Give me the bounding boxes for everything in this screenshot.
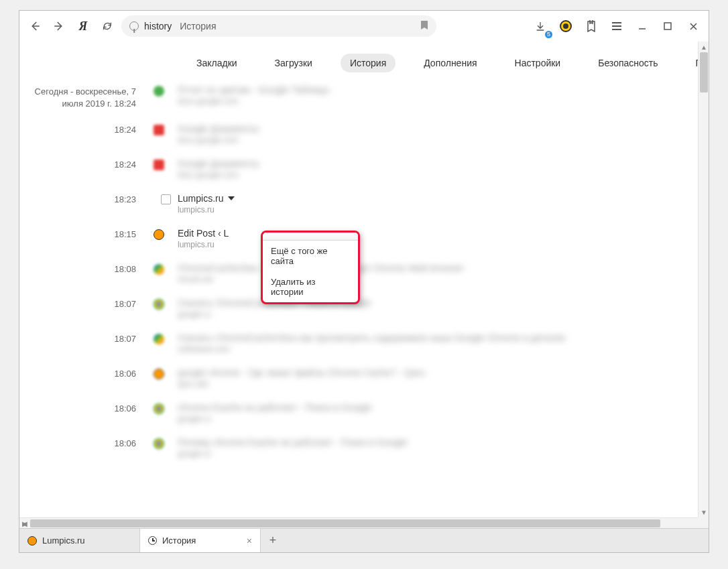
history-entry-url: google.ru — [178, 449, 709, 458]
history-date-header: Сегодня - воскресенье, 7 июля 2019 г. 18… — [19, 84, 154, 110]
scroll-right-icon[interactable]: ▶ — [19, 518, 30, 528]
tab-favicon — [27, 536, 37, 546]
history-entry-url: docs.google.com — [178, 170, 709, 180]
ctx-more-from-site[interactable]: Ещё с того же сайта — [263, 241, 358, 271]
history-entry-url: lumpics.ru — [178, 240, 709, 249]
address-title: История — [180, 21, 216, 31]
scroll-up-icon[interactable]: ▲ — [699, 42, 709, 52]
reload-button[interactable] — [97, 16, 117, 36]
downloads-badge: 5 — [545, 31, 552, 38]
history-checkbox[interactable] — [161, 194, 171, 204]
svg-rect-0 — [664, 23, 671, 29]
history-entry-url: nirsoft.net — [178, 275, 709, 284]
hamburger-icon — [611, 21, 622, 31]
ctx-delete-from-history[interactable]: Удалить из истории — [263, 271, 358, 302]
history-time: 18:06 — [19, 367, 154, 379]
history-row[interactable]: 18:07 Скачать ChromeCacheView как просмо… — [19, 326, 709, 361]
history-row[interactable]: 18:06 Почему chrome://cache не работает … — [19, 430, 709, 465]
history-entry-url: docs.google.com — [178, 135, 709, 145]
minimize-button[interactable] — [632, 16, 652, 36]
history-time: 18:24 — [19, 123, 154, 135]
downloads-button[interactable]: 5 — [530, 16, 550, 36]
tab-label: Lumpics.ru — [42, 535, 85, 546]
close-icon — [689, 22, 698, 31]
extension-button[interactable] — [556, 16, 576, 36]
history-time: 18:07 — [19, 332, 154, 344]
history-time: 18:08 — [19, 263, 154, 274]
favicon — [154, 160, 164, 170]
history-entry-title: Скачать ChromeCacheView - Поиск в Google — [178, 298, 709, 308]
yandex-home-button[interactable]: Я — [73, 16, 93, 36]
favicon — [154, 299, 164, 310]
nav-downloads[interactable]: Загрузки — [265, 54, 322, 72]
vertical-scroll-thumb[interactable] — [700, 52, 708, 92]
history-entry-title: ChromeCacheView - Cache viewer for Googl… — [178, 263, 709, 273]
clock-icon — [148, 536, 157, 545]
history-row[interactable]: 18:08 ChromeCacheView - Cache viewer for… — [19, 256, 709, 291]
maximize-icon — [664, 22, 672, 30]
bookmark-icon[interactable] — [420, 20, 428, 32]
bookmarks-panel-button[interactable] — [581, 16, 601, 36]
history-time: 18:15 — [19, 228, 154, 239]
close-window-button[interactable] — [683, 16, 703, 36]
history-row[interactable]: 18:24 Google Документы docs.google.com — [19, 117, 709, 151]
favicon — [154, 86, 164, 97]
toolbar-right: 5 — [530, 16, 703, 36]
address-bar[interactable]: history История — [121, 15, 436, 37]
history-entry-url: softobase.com — [178, 344, 709, 354]
scroll-down-icon[interactable]: ▼ — [699, 507, 709, 517]
content-area: Закладки Загрузки История Дополнения Нас… — [19, 42, 709, 528]
history-entry-title: Отчет по цветам - Google Таблицы — [178, 84, 709, 95]
history-entry-title: Почему chrome://cache не работает - Поис… — [178, 437, 709, 448]
horizontal-scroll-thumb[interactable] — [30, 519, 660, 527]
history-entry-title: Google Документы — [178, 158, 709, 169]
tab-history[interactable]: История × — [140, 529, 261, 552]
favicon — [154, 334, 164, 344]
favicon — [154, 403, 164, 414]
nav-addons[interactable]: Дополнения — [414, 54, 486, 72]
context-menu: Ещё с того же сайта Удалить из истории — [261, 231, 360, 304]
horizontal-scrollbar[interactable]: ◀ ▶ — [19, 517, 698, 528]
favicon — [154, 438, 164, 449]
new-tab-button[interactable]: + — [261, 533, 285, 548]
address-host: history — [144, 21, 172, 31]
history-entry-url: lumpics.ru — [178, 205, 709, 214]
history-entry-url: docs.google.com — [178, 97, 709, 106]
history-entry-url: google.ru — [178, 310, 709, 319]
dropdown-caret-icon[interactable] — [228, 196, 235, 200]
minimize-icon — [638, 21, 647, 31]
history-row-selected[interactable]: 18:23 Lumpics.ru lumpics.ru — [19, 186, 709, 221]
history-row[interactable]: 18:07 Скачать ChromeCacheView - Поиск в … — [19, 291, 709, 326]
history-row[interactable]: 18:06 chrome://cache не работает - Поиск… — [19, 395, 709, 430]
tab-strip: Lumpics.ru История × + — [19, 528, 709, 552]
maximize-button[interactable] — [658, 16, 678, 36]
forward-button[interactable] — [49, 16, 69, 36]
history-row[interactable]: 18:06 google chrome - Где лежат файлы Ch… — [19, 361, 709, 395]
tab-close-button[interactable]: × — [247, 535, 252, 546]
history-row[interactable]: 18:24 Google Документы docs.google.com — [19, 151, 709, 186]
history-row[interactable]: 18:15 Edit Post ‹ L hidden text cov s lu… — [19, 221, 709, 256]
history-row[interactable]: Сегодня - воскресенье, 7 июля 2019 г. 18… — [19, 78, 709, 117]
history-entry-title: chrome://cache не работает - Поиск в Goo… — [178, 402, 709, 413]
nav-settings[interactable]: Настройки — [505, 54, 570, 72]
arrow-right-icon — [53, 20, 65, 32]
history-entry-title: Edit Post ‹ L hidden text cov s — [178, 228, 709, 239]
history-list: Сегодня - воскресенье, 7 июля 2019 г. 18… — [19, 78, 709, 465]
back-button[interactable] — [25, 16, 45, 36]
nav-bookmarks[interactable]: Закладки — [187, 54, 247, 72]
favicon — [154, 369, 164, 379]
nav-security[interactable]: Безопасность — [589, 54, 667, 72]
nav-history[interactable]: История — [341, 54, 396, 72]
context-menu-header — [263, 233, 358, 241]
arrow-left-icon — [29, 20, 41, 32]
toolbar: Я history История 5 — [19, 11, 709, 42]
extension-icon — [560, 20, 572, 32]
history-time: 18:06 — [19, 437, 154, 448]
download-icon — [535, 21, 546, 31]
settings-nav: Закладки Загрузки История Дополнения Нас… — [19, 42, 709, 78]
menu-button[interactable] — [607, 16, 627, 36]
vertical-scrollbar[interactable]: ▲ ▼ — [698, 42, 709, 517]
browser-window: Я history История 5 — [19, 10, 709, 553]
tab-lumpics[interactable]: Lumpics.ru — [19, 529, 140, 552]
history-entry-url: qaru.site — [178, 379, 709, 389]
